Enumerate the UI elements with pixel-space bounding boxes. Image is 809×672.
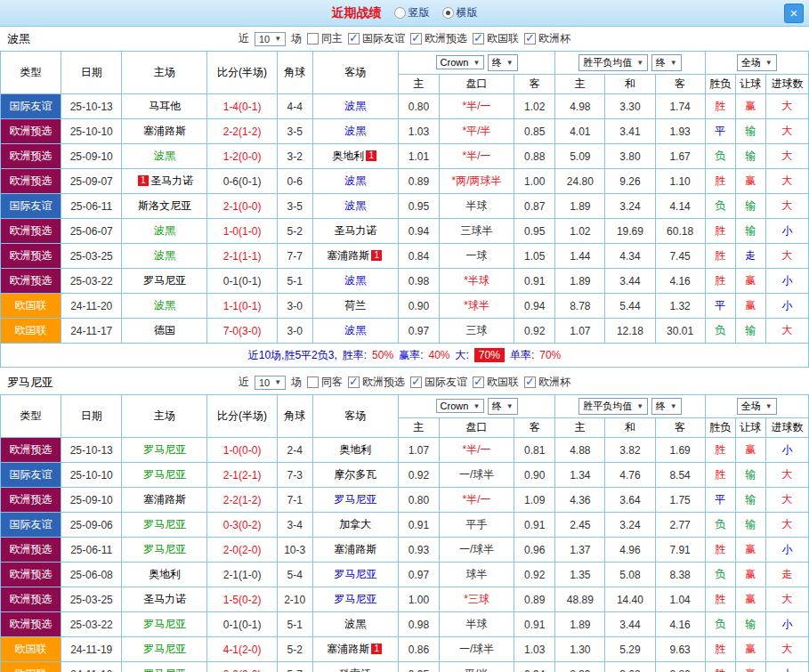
avg-type-dropdown[interactable]: 胜平负均值▼ bbox=[578, 54, 648, 71]
chevron-down-icon: ▼ bbox=[473, 402, 480, 410]
match-score: 1-4(0-1) bbox=[207, 94, 277, 119]
league-type-badge: 欧洲预选 bbox=[1, 612, 61, 637]
avg-away-win: 1.67 bbox=[655, 144, 705, 169]
handicap: 半球 bbox=[439, 612, 514, 637]
checkbox-label: 欧洲预选 bbox=[425, 31, 467, 46]
league-type-badge: 欧洲预选 bbox=[1, 119, 61, 144]
matches-table-bosnia: 类型 日期 主场 比分(半场) 角球 客场 Crown▼ 终▼ 胜平负均值▼ 终… bbox=[0, 51, 809, 368]
away-team: 荷兰 bbox=[312, 294, 398, 319]
avg-period-dropdown[interactable]: 终▼ bbox=[651, 54, 682, 71]
avg-period-dropdown[interactable]: 终▼ bbox=[651, 398, 682, 415]
avg-draw: 3.80 bbox=[605, 144, 655, 169]
match-date: 25-03-25 bbox=[61, 587, 122, 612]
handicap: 一/球半 bbox=[439, 637, 514, 662]
filter-checkbox-same-away[interactable]: 同客 bbox=[307, 375, 343, 390]
checkbox-label: 欧国联 bbox=[487, 31, 519, 46]
away-odds: 0.88 bbox=[514, 144, 555, 169]
odds-period-dropdown[interactable]: 终▼ bbox=[488, 54, 518, 71]
avg-period-value: 终 bbox=[656, 56, 666, 69]
odds-source-value: Crown bbox=[441, 57, 469, 68]
corner-count: 5-1 bbox=[277, 269, 312, 294]
avg-away-win: 7.91 bbox=[655, 538, 705, 563]
radio-horizontal-layout[interactable]: 横版 bbox=[442, 5, 478, 20]
match-score: 7-0(3-0) bbox=[207, 319, 277, 344]
avg-home-win: 4.98 bbox=[555, 94, 605, 119]
odds-source-dropdown[interactable]: Crown▼ bbox=[436, 399, 485, 413]
match-date: 25-09-06 bbox=[61, 513, 122, 538]
checkbox-label: 同主 bbox=[321, 31, 343, 46]
team-name-text: 奥地利 bbox=[332, 150, 364, 162]
summary-cell: 近10场,胜5平2负3,胜率:50%赢率:40%大:70%单率:70% bbox=[1, 344, 809, 368]
odds-source-dropdown[interactable]: Crown▼ bbox=[436, 55, 485, 69]
chevron-down-icon: ▼ bbox=[670, 402, 677, 410]
match-date: 25-06-11 bbox=[61, 538, 122, 563]
home-odds: 0.86 bbox=[398, 637, 439, 662]
team-name-text: 加拿大 bbox=[339, 518, 371, 530]
match-score: 2-2(1-2) bbox=[207, 488, 277, 513]
radio-vertical-layout[interactable]: 竖版 bbox=[394, 5, 430, 20]
match-date: 24-11-17 bbox=[61, 319, 122, 344]
scope-value: 全场 bbox=[741, 400, 761, 413]
avg-filter-cell: 胜平负均值▼ 终▼ bbox=[555, 52, 705, 75]
league-type-badge: 欧洲预选 bbox=[1, 587, 61, 612]
matches-tbody: 国际友谊25-10-13马耳他1-4(0-1)4-4波黑0.80*半/一1.02… bbox=[1, 94, 809, 344]
match-count-value: 10 bbox=[259, 377, 270, 388]
handicap: 三球 bbox=[439, 319, 514, 344]
avg-draw: 3.24 bbox=[605, 194, 655, 219]
radio-icon bbox=[442, 7, 454, 19]
corner-count: 10-3 bbox=[277, 538, 312, 563]
match-date: 25-06-11 bbox=[61, 194, 122, 219]
team-name-text: 奥地利 bbox=[339, 443, 371, 456]
match-date: 25-10-13 bbox=[61, 438, 122, 463]
col-goals: 进球数 bbox=[765, 75, 808, 94]
chevron-down-icon: ▼ bbox=[636, 59, 643, 67]
match-count-dropdown[interactable]: 10▼ bbox=[255, 376, 286, 390]
filter-checkbox-euro-cup[interactable]: 欧洲杯 bbox=[524, 375, 570, 390]
filter-checkbox-intl-friendly[interactable]: 国际友谊 bbox=[410, 375, 467, 390]
home-odds: 0.89 bbox=[398, 169, 439, 194]
team-name-text: 罗马尼亚 bbox=[143, 618, 186, 630]
league-type-badge: 欧洲预选 bbox=[1, 488, 61, 513]
home-odds: 0.90 bbox=[398, 294, 439, 319]
filter-checkbox-intl-friendly[interactable]: 国际友谊 bbox=[348, 31, 405, 46]
near-label: 近 bbox=[239, 31, 249, 46]
result-outcome: 胜 bbox=[705, 463, 735, 488]
checkbox-icon bbox=[307, 33, 319, 45]
team-name-text: 圣马力诺 bbox=[143, 593, 186, 605]
corner-count: 5-1 bbox=[277, 612, 312, 637]
filter-controls: 近 10▼ 场 同主 国际友谊 欧洲预选 欧国联 欧洲杯 bbox=[236, 31, 573, 46]
odds-period-dropdown[interactable]: 终▼ bbox=[488, 398, 518, 415]
team-name-text: 罗马尼亚 bbox=[334, 568, 376, 580]
result-outcome: 平 bbox=[705, 119, 735, 144]
home-odds: 1.01 bbox=[398, 144, 439, 169]
away-team: 波黑 bbox=[312, 169, 398, 194]
league-type-badge: 欧洲预选 bbox=[1, 269, 61, 294]
filter-checkbox-euro-cup[interactable]: 欧洲杯 bbox=[524, 31, 570, 46]
filter-checkbox-nations-league[interactable]: 欧国联 bbox=[473, 375, 519, 390]
filter-checkbox-nations-league[interactable]: 欧国联 bbox=[473, 31, 519, 46]
col-score: 比分(半场) bbox=[207, 395, 277, 438]
chevron-down-icon: ▼ bbox=[274, 378, 281, 386]
match-count-dropdown[interactable]: 10▼ bbox=[255, 32, 286, 46]
close-button[interactable]: × bbox=[784, 4, 804, 23]
scope-dropdown[interactable]: 全场▼ bbox=[737, 398, 777, 415]
corner-count: 7-7 bbox=[277, 244, 312, 269]
chevron-down-icon: ▼ bbox=[636, 402, 643, 410]
home-odds: 0.97 bbox=[398, 319, 439, 344]
summary-text: 50% bbox=[372, 349, 393, 361]
odds-source-value: Crown bbox=[441, 401, 469, 411]
chevron-down-icon: ▼ bbox=[765, 402, 773, 410]
home-team: 罗马尼亚 bbox=[122, 438, 207, 463]
team-section-romania: 罗马尼亚 近 10▼ 场 同客 欧洲预选 国际友谊 欧国联 欧洲杯 类型 日期 … bbox=[0, 370, 809, 672]
filter-checkbox-euro-qualifiers[interactable]: 欧洲预选 bbox=[410, 31, 467, 46]
avg-home-win: 8.78 bbox=[555, 294, 605, 319]
col-home: 主场 bbox=[122, 52, 207, 94]
scope-dropdown[interactable]: 全场▼ bbox=[737, 54, 777, 71]
filter-checkbox-euro-qualifiers[interactable]: 欧洲预选 bbox=[348, 375, 405, 390]
home-odds: 0.94 bbox=[398, 219, 439, 244]
filter-checkbox-same-home[interactable]: 同主 bbox=[307, 31, 343, 46]
match-row: 欧洲预选25-06-11罗马尼亚2-0(2-0)10-3塞浦路斯0.93一/球半… bbox=[1, 538, 809, 563]
result-outcome: 平 bbox=[705, 294, 735, 319]
home-team: 罗马尼亚 bbox=[122, 612, 207, 637]
avg-type-dropdown[interactable]: 胜平负均值▼ bbox=[578, 398, 648, 415]
